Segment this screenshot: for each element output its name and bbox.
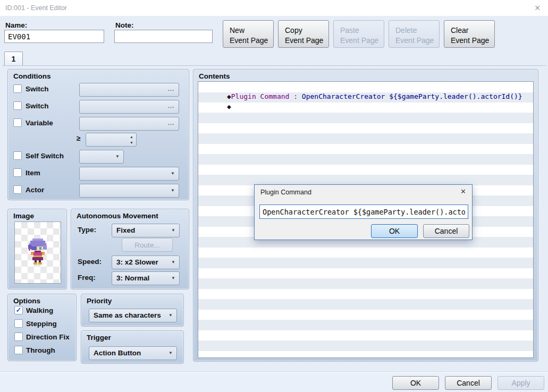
priority-dropdown[interactable]: Same as characters ▼ [89,309,177,322]
type-label: Type: [78,226,96,234]
movement-freq-dropdown[interactable]: 3: Normal ▼ [112,271,180,285]
options-panel: Options ✓ Walking Stepping Direction Fix… [7,294,77,361]
ok-button[interactable]: OK [392,376,439,390]
checkmark-icon: ✓ [16,306,22,314]
switch2-checkbox[interactable] [13,101,22,110]
movement-speed-dropdown[interactable]: 3: x2 Slower ▼ [112,255,180,269]
freq-label: Freq: [78,274,96,282]
switch1-label: Switch [26,85,49,93]
walking-label: Walking [26,306,53,314]
chevron-down-icon: ▼ [171,256,175,269]
ellipsis-icon: … [167,84,174,92]
trigger-title: Trigger [87,334,111,342]
stepping-label: Stepping [26,320,57,328]
cancel-button[interactable]: Cancel [445,376,492,390]
plugin-command-input[interactable] [259,204,468,219]
copy-event-page-button[interactable]: Copy Event Page [278,20,329,48]
window-title: ID:001 - Event Editor [5,0,67,16]
chevron-down-icon: ▼ [168,309,173,322]
event-command-line[interactable]: ◆Plugin Command : OpenCharacterCreator $… [202,83,522,110]
diamond-bullet-icon: ◆ [227,103,231,110]
autonomous-movement-title: Autonomous Movement [77,212,158,220]
actor-checkbox[interactable] [13,185,22,194]
name-input[interactable] [4,30,104,43]
ellipsis-icon: … [167,101,174,109]
tab-strip-divider [2,65,546,66]
note-input[interactable] [114,30,213,43]
trigger-dropdown[interactable]: Action Button ▼ [89,346,177,360]
window-close-icon[interactable]: ✕ [532,0,543,16]
image-panel: Image [7,209,67,289]
through-label: Through [26,346,55,354]
switch1-checkbox[interactable] [13,84,22,93]
character-sprite-image [27,238,48,267]
chevron-down-icon: ▼ [171,224,175,237]
self-switch-label: Self Switch [26,152,64,160]
tab-page-1[interactable]: 1 [4,52,23,66]
item-label: Item [26,169,40,177]
variable-checkbox[interactable] [13,118,22,127]
ellipsis-icon: … [167,118,174,126]
stepping-checkbox[interactable] [14,319,23,328]
self-switch-checkbox[interactable] [13,151,22,160]
character-image-picker[interactable] [14,221,61,284]
chevron-down-icon: ▼ [115,150,120,163]
speed-label: Speed: [78,258,102,266]
through-checkbox[interactable] [14,346,23,354]
name-label: Name: [5,21,27,29]
chevron-down-icon: ▼ [171,167,175,180]
delete-event-page-button[interactable]: Delete Event Page [389,20,440,48]
window-titlebar: ID:001 - Event Editor ✕ [0,0,548,16]
switch2-field[interactable]: … [79,100,179,114]
clear-event-page-button[interactable]: Clear Event Page [444,20,495,48]
item-dropdown[interactable]: ▼ [79,167,179,181]
dialog-title: Plugin Command [260,189,311,196]
actor-dropdown[interactable]: ▼ [79,184,179,198]
variable-amount-spinner[interactable]: ▲ ▼ [86,133,137,147]
event-command-line[interactable]: ◆ [202,93,231,120]
trigger-panel: Trigger Action Button ▼ [81,330,184,364]
walking-checkbox[interactable]: ✓ [14,306,23,314]
note-label: Note: [115,21,134,29]
dialog-ok-button[interactable]: OK [371,224,418,238]
new-event-page-button[interactable]: New Event Page [223,20,274,48]
movement-type-dropdown[interactable]: Fixed ▼ [112,224,180,237]
image-title: Image [13,212,34,220]
item-checkbox[interactable] [13,168,22,177]
switch1-field[interactable]: … [79,83,179,97]
chevron-down-icon: ▼ [168,347,173,360]
conditions-title: Conditions [13,72,51,80]
route-button[interactable]: Route... [122,238,173,252]
actor-label: Actor [26,186,44,194]
options-title: Options [13,297,40,305]
contents-title: Contents [199,72,230,80]
apply-button[interactable]: Apply [498,376,544,390]
dialog-cancel-button[interactable]: Cancel [423,224,469,238]
autonomous-movement-panel: Autonomous Movement Type: Fixed ▼ Route.… [71,209,189,289]
spin-up-icon[interactable]: ▲ [130,134,133,140]
priority-panel: Priority Same as characters ▼ [81,294,184,327]
plugin-command-dialog: Plugin Command ✕ OK Cancel [254,184,473,240]
variable-label: Variable [26,119,53,127]
conditions-panel: Conditions Switch … Switch … Variable … … [7,69,189,200]
variable-operator-label: ≥ [77,134,80,142]
priority-title: Priority [87,297,112,305]
dialog-close-icon[interactable]: ✕ [460,188,466,195]
direction-fix-label: Direction Fix [26,333,70,341]
direction-fix-checkbox[interactable] [14,333,23,341]
self-switch-dropdown[interactable]: ▼ [79,150,124,164]
chevron-down-icon: ▼ [171,184,175,197]
chevron-down-icon: ▼ [171,272,175,285]
switch2-label: Switch [26,102,49,110]
spin-down-icon[interactable]: ▼ [130,140,133,146]
variable-field[interactable]: … [79,117,179,131]
paste-event-page-button[interactable]: Paste Event Page [333,20,384,48]
